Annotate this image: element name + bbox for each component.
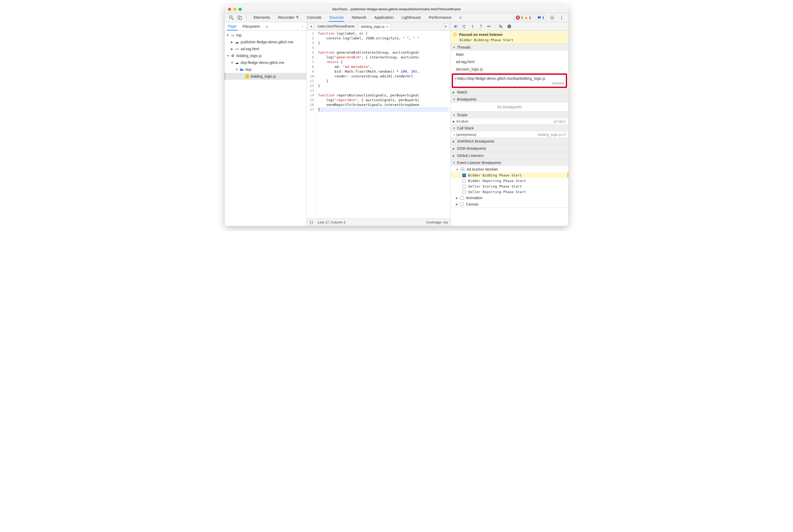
bp-seller-scoring-start[interactable]: Seller Scoring Phase Start: [451, 184, 568, 189]
tab-application[interactable]: Application: [374, 14, 394, 22]
editor-panel: ◀ index.html?fencedframe bidding_logic.j…: [307, 22, 451, 226]
section-xhr[interactable]: ▶XHR/fetch Breakpoints: [451, 138, 568, 145]
section-threads-label: Threads: [457, 45, 470, 50]
editor-tab-index[interactable]: index.html?fencedframe: [316, 23, 357, 29]
thread-decision[interactable]: decision_logic.js: [451, 65, 568, 73]
bp-seller-reporting-start[interactable]: Seller Reporting Phase Start: [451, 189, 568, 195]
tree-top[interactable]: ▼▭top: [225, 32, 306, 39]
navigator-tab-filesystem[interactable]: Filesystem: [242, 23, 261, 30]
stack-frame-loc: bidding_logic.js:17: [538, 133, 566, 137]
cursor-position: Line 17, Column 2: [318, 220, 346, 224]
more-menu-icon[interactable]: [558, 14, 565, 21]
bp-bidder-reporting-start[interactable]: Bidder Reporting Phase Start: [451, 178, 568, 184]
section-scope[interactable]: ▼Scope: [451, 112, 568, 118]
stack-frame-0[interactable]: ➔(anonymous)bidding_logic.js:17: [451, 132, 568, 138]
checkbox-off-icon[interactable]: [462, 179, 466, 183]
tree-dsp-domain[interactable]: ▼☁dsp-fledge-demo.glitch.me: [225, 59, 306, 66]
tab-network[interactable]: Network: [351, 14, 367, 22]
checkbox-off-icon[interactable]: [462, 185, 466, 188]
checkbox-mixed-icon[interactable]: [461, 168, 465, 171]
section-watch-label: Watch: [457, 90, 467, 94]
close-icon[interactable]: ×: [386, 24, 388, 29]
tree-bidding-file-label: bidding_logic.js: [251, 74, 276, 78]
tab-sources[interactable]: Sources: [328, 14, 344, 22]
code-editor[interactable]: 1234567891011121314151617 function log(l…: [307, 31, 450, 218]
svg-point-5: [561, 17, 562, 18]
tabs-more[interactable]: »: [459, 14, 462, 22]
device-toolbar-icon[interactable]: [237, 14, 243, 21]
bp-bidder-bidding-start[interactable]: ✓Bidder Bidding Phase Start: [451, 172, 568, 178]
resume-icon[interactable]: [453, 23, 458, 29]
svg-point-12: [507, 24, 511, 28]
messages-badge[interactable]: 1: [535, 15, 546, 20]
section-global-listeners[interactable]: ▶Global Listeners: [451, 152, 568, 159]
step-icon[interactable]: [487, 23, 492, 29]
navigator-tab-more[interactable]: »: [265, 23, 269, 30]
close-traffic-icon[interactable]: [228, 8, 231, 11]
breakpoints-empty: No breakpoints: [451, 103, 568, 111]
tree-bidding-worklet[interactable]: ▼⚙bidding_logic.js: [225, 52, 306, 59]
checkbox-off-icon[interactable]: [460, 202, 464, 206]
editor-tab-bidding[interactable]: bidding_logic.js×: [359, 23, 391, 30]
minimize-traffic-icon[interactable]: [233, 8, 237, 11]
scope-global[interactable]: ▶Globalglobal: [451, 118, 568, 125]
flask-icon: ⚗: [295, 15, 299, 20]
tree-dsp-folder[interactable]: ▼dsp: [225, 66, 306, 73]
thread-main[interactable]: Main: [451, 51, 568, 58]
error-icon: ✕: [516, 16, 520, 20]
bp-cat-animation[interactable]: ▶Animation: [451, 195, 568, 201]
tree-top-label: top: [237, 33, 242, 37]
thread-bidding-highlighted[interactable]: ➔ https://dsp-fledge-demo.glitch.me/dsp/…: [452, 73, 567, 88]
section-callstack[interactable]: ▼Call Stack: [451, 125, 568, 132]
step-out-icon[interactable]: [478, 23, 484, 29]
tab-console[interactable]: Console: [306, 14, 322, 22]
pretty-print-icon[interactable]: {}: [309, 220, 314, 224]
deactivate-breakpoints-icon[interactable]: [498, 23, 504, 29]
zoom-traffic-icon[interactable]: [239, 8, 242, 11]
coverage-status: Coverage: n/a: [426, 220, 448, 224]
tree-bidding-file[interactable]: bidding_logic.js: [225, 73, 306, 80]
step-into-icon[interactable]: [470, 23, 475, 29]
section-breakpoints[interactable]: ▼Breakpoints: [451, 96, 568, 103]
thread-adtag[interactable]: ad-tag.html: [451, 58, 568, 65]
message-count: 1: [542, 16, 544, 20]
tree-publisher-domain[interactable]: ▶☁publisher-fledge-demo.glitch.me: [225, 39, 306, 45]
svg-rect-2: [240, 17, 242, 20]
section-event-label: Event Listener Breakpoints: [457, 160, 501, 165]
paused-banner: ⓘPaused on event listener Bidder Bidding…: [451, 31, 568, 44]
tree-adtag[interactable]: ▶▭ad-tag.html: [225, 45, 306, 52]
stack-frame-name: (anonymous): [456, 133, 476, 137]
nav-forward-icon[interactable]: ▶: [443, 24, 449, 29]
checkbox-off-icon[interactable]: [460, 196, 464, 200]
section-dom[interactable]: ▶DOM Breakpoints: [451, 145, 568, 152]
navigator-tab-page[interactable]: Page: [227, 22, 238, 31]
tree-dsp-folder-label: dsp: [245, 68, 251, 72]
bp-item-label: Seller Scoring Phase Start: [468, 184, 522, 188]
pause-exceptions-icon[interactable]: [506, 23, 512, 29]
section-threads[interactable]: ▼Threads: [451, 44, 568, 51]
section-watch[interactable]: ▶Watch: [451, 89, 568, 96]
nav-back-icon[interactable]: ◀: [308, 24, 314, 29]
bp-cat-ad-auction[interactable]: ▼Ad Auction Worklet: [451, 166, 568, 172]
step-over-icon[interactable]: [461, 23, 467, 29]
settings-icon[interactable]: [549, 14, 555, 21]
code-content: function log(label, o) { console.log(lab…: [317, 31, 450, 218]
section-breakpoints-label: Breakpoints: [457, 97, 476, 101]
bp-cat-canvas[interactable]: ▶Canvas: [451, 201, 568, 207]
devtools-window: DevTools - publisher-fledge-demo.glitch.…: [225, 5, 568, 226]
checkbox-off-icon[interactable]: [462, 190, 466, 194]
section-event-breakpoints[interactable]: ▼Event Listener Breakpoints: [451, 159, 568, 166]
tab-performance[interactable]: Performance: [428, 14, 452, 22]
tab-recorder[interactable]: Recorder ⚗: [278, 14, 300, 22]
svg-point-4: [561, 16, 562, 17]
error-warning-badge[interactable]: ✕1 1: [514, 15, 532, 20]
tab-elements[interactable]: Elements: [253, 14, 271, 22]
checkbox-on-icon[interactable]: ✓: [462, 174, 466, 177]
navigator-menu-icon[interactable]: ⋮: [301, 24, 304, 28]
error-count: 1: [521, 16, 523, 20]
folder-icon: [240, 68, 244, 72]
svg-rect-7: [457, 25, 457, 28]
inspect-element-icon[interactable]: [228, 14, 235, 21]
tab-lighthouse[interactable]: Lighthouse: [401, 14, 421, 22]
scope-global-label: Global: [456, 119, 469, 124]
